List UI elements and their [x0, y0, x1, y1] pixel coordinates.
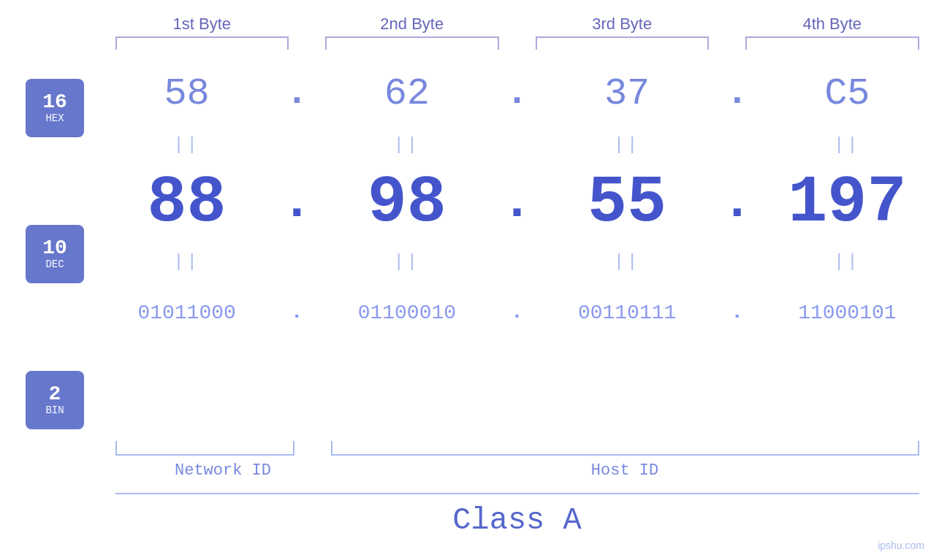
class-label: Class A: [452, 503, 581, 538]
byte-label-3: 3rd Byte: [536, 15, 710, 34]
class-row: Class A: [115, 493, 919, 538]
byte-label-1: 1st Byte: [115, 15, 289, 34]
bin-val-2: 01100010: [315, 302, 498, 324]
dot-bin-1: .: [278, 302, 315, 323]
badge-bin-number: 2: [49, 384, 61, 404]
bracket-4: [745, 37, 919, 50]
eq-2-4: ||: [756, 252, 939, 272]
eq-1-1: ||: [95, 135, 278, 155]
equals-row-1: || || || ||: [95, 130, 939, 159]
dot-hex-3: .: [719, 74, 756, 112]
bin-val-4: 11000101: [756, 302, 939, 324]
equals-row-2: || || || ||: [95, 247, 939, 276]
dec-val-3: 55: [536, 174, 719, 233]
dot-hex-1: .: [278, 74, 315, 112]
dot-dec-1: .: [278, 177, 315, 229]
hex-row: 58 . 62 . 37 . C5: [95, 57, 939, 130]
eq-1-2: ||: [315, 135, 498, 155]
host-bracket: [331, 441, 919, 456]
main-container: 1st Byte 2nd Byte 3rd Byte 4th Byte 16 H…: [0, 0, 939, 560]
content-area: 16 HEX 10 DEC 2 BIN 58 . 62: [0, 57, 939, 429]
dot-dec-3: .: [719, 177, 756, 229]
eq-2-2: ||: [315, 252, 498, 272]
badge-column: 16 HEX 10 DEC 2 BIN: [0, 57, 95, 429]
id-labels-row: Network ID Host ID: [115, 461, 919, 480]
eq-2-1: ||: [95, 252, 278, 272]
badge-dec-label: DEC: [45, 258, 64, 270]
badge-bin-label: BIN: [45, 404, 64, 416]
bin-row: 01011000 . 01100010 . 00110111 . 1100010…: [95, 276, 939, 349]
bracket-2: [325, 37, 499, 50]
bracket-1: [115, 37, 289, 50]
bin-val-1: 01011000: [95, 302, 278, 324]
badge-dec: 10 DEC: [26, 225, 84, 283]
network-id-label: Network ID: [115, 461, 331, 480]
badge-bin: 2 BIN: [26, 371, 84, 429]
dec-val-1: 88: [95, 174, 278, 233]
dec-val-4: 197: [756, 174, 939, 233]
bin-val-3: 00110111: [536, 302, 719, 324]
values-grid: 58 . 62 . 37 . C5 || ||: [95, 57, 939, 349]
host-id-label: Host ID: [331, 461, 919, 480]
byte-label-4: 4th Byte: [745, 15, 919, 34]
eq-2-3: ||: [536, 252, 719, 272]
watermark: ipshu.com: [878, 540, 924, 551]
network-bracket: [115, 441, 294, 456]
hex-val-3: 37: [536, 72, 719, 115]
eq-1-3: ||: [536, 135, 719, 155]
hex-val-2: 62: [315, 72, 498, 115]
badge-dec-number: 10: [42, 238, 67, 258]
dot-dec-2: .: [499, 177, 536, 229]
hex-val-4: C5: [756, 72, 939, 115]
badge-hex-label: HEX: [45, 112, 64, 124]
dot-bin-3: .: [719, 302, 756, 323]
dot-hex-2: .: [499, 74, 536, 112]
dec-row: 88 . 98 . 55 . 197: [95, 159, 939, 247]
bottom-brackets: [115, 435, 919, 456]
byte-label-2: 2nd Byte: [325, 15, 499, 34]
dec-val-2: 98: [315, 174, 498, 233]
hex-val-1: 58: [95, 72, 278, 115]
eq-1-4: ||: [756, 135, 939, 155]
badge-hex-number: 16: [42, 92, 67, 112]
bracket-3: [536, 37, 710, 50]
dot-bin-2: .: [499, 302, 536, 323]
badge-hex: 16 HEX: [26, 79, 84, 137]
